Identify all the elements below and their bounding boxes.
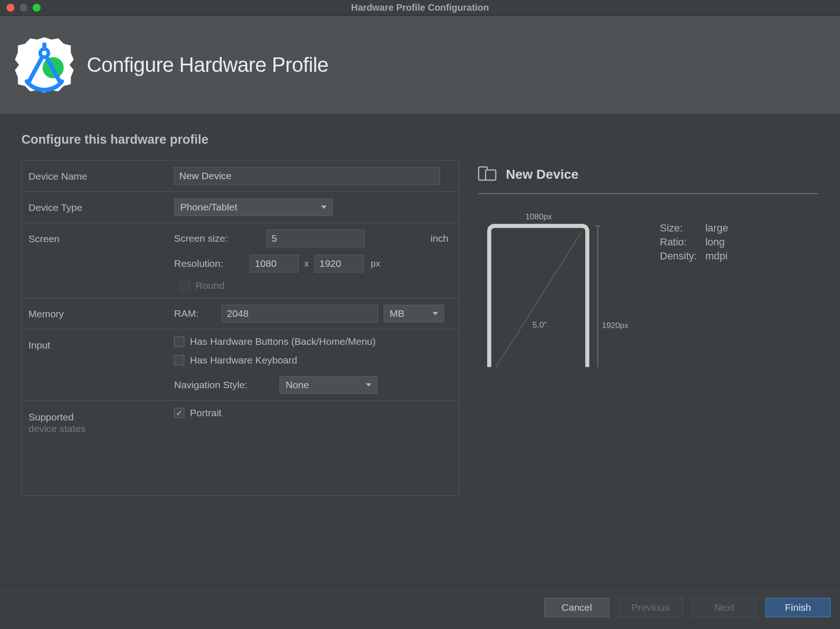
row-screen: Screen Screen size: inch Resolution: x p… — [22, 223, 459, 298]
hw-keyboard-label: Has Hardware Keyboard — [190, 355, 297, 366]
row-supported-states: Supported device states ✓ Portrait — [22, 401, 459, 441]
device-name-input[interactable] — [174, 167, 440, 185]
screen-size-unit: inch — [430, 233, 448, 244]
resolution-width-input[interactable] — [250, 255, 299, 273]
resolution-height-input[interactable] — [315, 255, 364, 273]
android-studio-icon — [15, 35, 74, 94]
resolution-label: Resolution: — [174, 258, 244, 269]
portrait-label: Portrait — [190, 407, 222, 419]
chevron-down-icon — [433, 312, 438, 315]
devices-icon — [478, 164, 497, 185]
screen-size-label: Screen size: — [174, 233, 261, 244]
svg-line-8 — [496, 232, 581, 367]
device-type-value: Phone/Tablet — [180, 202, 238, 213]
info-ratio-value: long — [705, 236, 728, 248]
row-device-name: Device Name — [22, 161, 459, 192]
device-diagram: 1080px 5.0" 1920px — [478, 208, 632, 372]
footer: Cancel Previous Next Finish — [0, 585, 840, 629]
supported-states-label: Supported device states — [28, 407, 174, 434]
input-label: Input — [28, 336, 174, 351]
window-title: Hardware Profile Configuration — [351, 2, 489, 13]
nav-style-select[interactable]: None — [280, 376, 378, 394]
info-density-value: mdpi — [705, 250, 728, 262]
svg-text:1920px: 1920px — [602, 321, 629, 330]
row-memory: Memory RAM: MB — [22, 298, 459, 329]
preview-info: Size: large Ratio: long Density: mdpi — [660, 222, 728, 262]
round-label: Round — [196, 280, 224, 291]
form-panel: Device Name Device Type Phone/Tablet Scr… — [21, 160, 459, 496]
svg-rect-5 — [42, 42, 47, 51]
svg-point-4 — [42, 51, 47, 56]
ram-unit-value: MB — [390, 308, 405, 319]
page-title: Configure Hardware Profile — [87, 53, 329, 77]
svg-text:5.0": 5.0" — [532, 320, 546, 329]
header: Configure Hardware Profile — [0, 16, 840, 114]
device-type-label: Device Type — [28, 198, 174, 213]
chevron-down-icon — [321, 206, 327, 209]
screen-size-input[interactable] — [266, 230, 364, 247]
previous-button: Previous — [618, 598, 683, 617]
ram-label: RAM: — [174, 308, 216, 319]
close-window-button[interactable] — [7, 4, 14, 12]
cancel-button[interactable]: Cancel — [544, 598, 609, 617]
memory-label: Memory — [28, 305, 174, 320]
zoom-window-button[interactable] — [33, 4, 41, 12]
next-button: Next — [692, 598, 757, 617]
info-size-label: Size: — [660, 222, 697, 234]
info-ratio-label: Ratio: — [660, 236, 697, 248]
row-input: Input ✓ Has Hardware Buttons (Back/Home/… — [22, 329, 459, 401]
resolution-unit: px — [371, 259, 380, 269]
ram-input[interactable] — [222, 305, 378, 322]
device-type-select[interactable]: Phone/Tablet — [174, 198, 333, 216]
nav-style-value: None — [286, 379, 309, 391]
round-checkbox: ✓ — [180, 280, 190, 291]
resolution-sep: x — [304, 259, 309, 269]
minimize-window-button — [20, 4, 28, 12]
svg-rect-7 — [486, 170, 496, 180]
window-controls — [7, 4, 41, 12]
section-heading: Configure this hardware profile — [21, 133, 819, 147]
portrait-checkbox[interactable]: ✓ — [174, 408, 184, 418]
diagram-width-label: 1080px — [525, 212, 552, 221]
hw-buttons-checkbox[interactable]: ✓ — [174, 336, 184, 347]
hw-keyboard-checkbox[interactable]: ✓ — [174, 355, 184, 365]
device-name-label: Device Name — [28, 167, 174, 182]
row-device-type: Device Type Phone/Tablet — [22, 192, 459, 223]
info-size-value: large — [705, 222, 728, 234]
info-density-label: Density: — [660, 250, 697, 262]
chevron-down-icon — [366, 384, 371, 387]
preview-title: New Device — [506, 167, 579, 182]
finish-button[interactable]: Finish — [765, 598, 831, 617]
hw-buttons-label: Has Hardware Buttons (Back/Home/Menu) — [190, 336, 376, 347]
nav-style-label: Navigation Style: — [174, 379, 274, 391]
ram-unit-select[interactable]: MB — [384, 305, 444, 322]
screen-label: Screen — [28, 230, 174, 245]
titlebar: Hardware Profile Configuration — [0, 0, 840, 16]
preview-panel: New Device 1080px 5.0" — [478, 160, 819, 585]
